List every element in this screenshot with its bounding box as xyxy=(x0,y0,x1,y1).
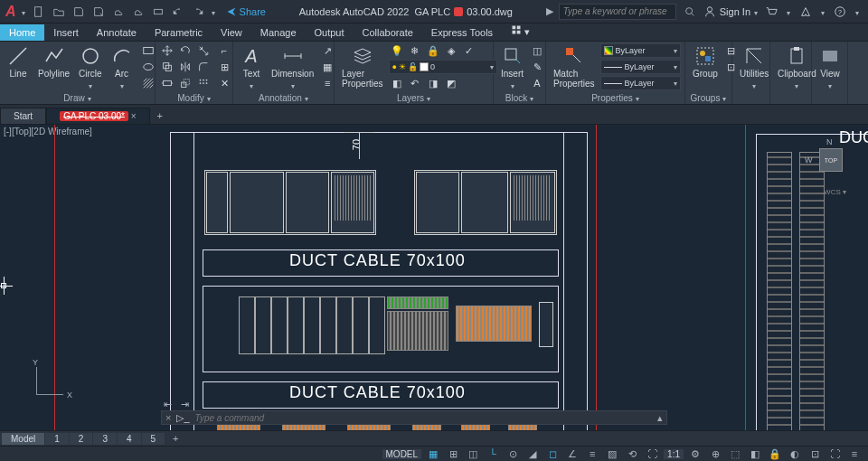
tab-collaborate[interactable]: Collaborate xyxy=(354,24,422,41)
layer-dropdown[interactable]: ●☀🔓0 xyxy=(389,60,497,74)
copy-icon[interactable] xyxy=(159,60,175,74)
trim-icon[interactable] xyxy=(195,43,212,58)
layout-next-icon[interactable]: ⇥ xyxy=(176,398,193,410)
circle-button[interactable]: Circle xyxy=(75,43,106,92)
customize-icon[interactable]: ≡ xyxy=(846,447,863,460)
layer-match-icon[interactable]: ✓ xyxy=(461,43,477,58)
edit-block-icon[interactable]: ✎ xyxy=(529,60,545,74)
drawing-canvas[interactable]: [-][Top][2D Wireframe] 70 DUCT CABLE 70x… xyxy=(0,125,868,430)
tab-add-layout[interactable]: + xyxy=(165,432,185,445)
filetab-active[interactable]: GA PLC 03.00* × xyxy=(46,108,149,124)
quick-props-icon[interactable]: ◧ xyxy=(747,447,763,460)
tab-parametric[interactable]: Parametric xyxy=(146,24,212,41)
mirror-icon[interactable] xyxy=(177,60,193,74)
grid-icon[interactable]: ▦ xyxy=(425,447,441,460)
tab-model[interactable]: Model xyxy=(2,433,44,445)
redo-icon[interactable] xyxy=(190,4,206,20)
tab-view[interactable]: View xyxy=(212,24,251,41)
lineweight-toggle-icon[interactable]: ≡ xyxy=(584,447,600,460)
tab-featured[interactable]: ▾ xyxy=(502,22,539,41)
cmd-input[interactable] xyxy=(195,413,652,423)
layer-lock-icon[interactable]: 🔒 xyxy=(425,43,441,58)
scale-icon[interactable] xyxy=(177,76,193,90)
polar-icon[interactable]: ⊙ xyxy=(505,447,521,460)
autodesk-icon[interactable] xyxy=(797,4,814,20)
move-icon[interactable] xyxy=(159,43,175,58)
insert-button[interactable]: Insert xyxy=(497,43,527,92)
tab-sheet-4[interactable]: 4 xyxy=(118,433,141,445)
workspace-icon[interactable]: ⚙ xyxy=(687,447,703,460)
offset-icon[interactable]: ⌐ xyxy=(216,43,232,58)
text-button[interactable]: AText xyxy=(237,43,266,92)
hatch-icon[interactable] xyxy=(140,76,156,90)
ellipse-icon[interactable] xyxy=(140,60,156,74)
tab-sheet-5[interactable]: 5 xyxy=(142,433,165,445)
table-icon[interactable]: ▦ xyxy=(319,60,335,74)
tab-sheet-2[interactable]: 2 xyxy=(70,433,93,445)
wcs-label[interactable]: WCS ▾ xyxy=(824,188,846,196)
cmd-history-icon[interactable]: ▴ xyxy=(657,412,663,424)
layer-prev-icon[interactable]: ↶ xyxy=(407,76,423,90)
create-block-icon[interactable]: ◫ xyxy=(529,43,545,58)
layer-iso-icon[interactable]: ◈ xyxy=(443,43,459,58)
layer-iso2-icon[interactable]: ◨ xyxy=(425,76,441,90)
status-model[interactable]: MODEL xyxy=(382,449,422,459)
arc-button[interactable]: Arc xyxy=(108,43,137,92)
search-icon[interactable] xyxy=(682,4,698,20)
lineweight-dropdown[interactable]: ByLayer xyxy=(600,60,681,74)
help-chevron[interactable] xyxy=(855,6,859,17)
tab-annotate[interactable]: Annotate xyxy=(88,24,146,41)
cart-chevron[interactable] xyxy=(787,6,790,17)
cmd-close-icon[interactable]: × xyxy=(165,412,171,423)
search-input[interactable]: Type a keyword or phrase xyxy=(559,4,676,20)
units-icon[interactable]: ⬚ xyxy=(727,447,743,460)
isodraft-icon[interactable]: ◢ xyxy=(524,447,541,460)
view-button[interactable]: View xyxy=(816,43,844,92)
signin-button[interactable]: Sign In xyxy=(703,5,758,18)
isolate-icon[interactable]: ◐ xyxy=(787,447,803,460)
line-button[interactable]: Line xyxy=(4,43,33,80)
share-button[interactable]: Share xyxy=(226,6,266,17)
undo-icon[interactable] xyxy=(170,4,186,20)
layer-properties-button[interactable]: Layer Properties xyxy=(338,43,387,90)
viewcube[interactable]: NW TOP xyxy=(810,139,852,181)
new-icon[interactable] xyxy=(31,4,47,20)
tab-manage[interactable]: Manage xyxy=(251,24,306,41)
tab-home[interactable]: Home xyxy=(0,24,44,41)
transparency-icon[interactable]: ▨ xyxy=(604,447,620,460)
save-icon[interactable] xyxy=(71,4,87,20)
layer-walk-icon[interactable]: ◩ xyxy=(443,76,459,90)
status-scale[interactable]: 1:1 xyxy=(664,449,684,459)
layer-freeze-icon[interactable]: ❄ xyxy=(407,43,423,58)
layer-states-icon[interactable]: ◧ xyxy=(389,76,405,90)
mtext-icon[interactable]: ≡ xyxy=(319,76,335,90)
stretch-icon[interactable] xyxy=(159,76,175,90)
cart-icon[interactable] xyxy=(763,4,779,20)
attr-icon[interactable]: A xyxy=(529,76,545,90)
utilities-button[interactable]: Utilities xyxy=(736,43,772,92)
filetab-start[interactable]: Start xyxy=(0,108,46,124)
app-menu-chevron[interactable] xyxy=(22,6,25,17)
open-icon[interactable] xyxy=(51,4,67,20)
annotation-scale-icon[interactable]: ⛶ xyxy=(644,447,660,460)
cloud-open-icon[interactable] xyxy=(110,4,127,20)
array-icon[interactable] xyxy=(195,76,212,90)
dimension-button[interactable]: Dimension xyxy=(268,43,317,92)
snap-icon[interactable]: ⊞ xyxy=(445,447,461,460)
qat-chevron[interactable] xyxy=(212,6,215,17)
command-line[interactable]: × ▷_ ▴ xyxy=(161,410,667,425)
clean-screen-icon[interactable]: ⛶ xyxy=(826,447,843,460)
annotation-monitor-icon[interactable]: ⊕ xyxy=(707,447,723,460)
hardware-icon[interactable]: ⊡ xyxy=(807,447,823,460)
tab-sheet-1[interactable]: 1 xyxy=(45,433,69,445)
fillet-icon[interactable] xyxy=(195,60,212,74)
linetype-dropdown[interactable]: ByLayer xyxy=(600,76,681,90)
polyline-button[interactable]: Polyline xyxy=(34,43,73,80)
saveas-icon[interactable] xyxy=(90,4,107,20)
group-button[interactable]: Group xyxy=(689,43,722,80)
rectangle-icon[interactable] xyxy=(140,43,156,58)
layer-off-icon[interactable]: 💡 xyxy=(389,43,405,58)
tab-insert[interactable]: Insert xyxy=(44,24,88,41)
infer-icon[interactable]: ◫ xyxy=(465,447,481,460)
leader-icon[interactable]: ↗ xyxy=(319,43,335,58)
